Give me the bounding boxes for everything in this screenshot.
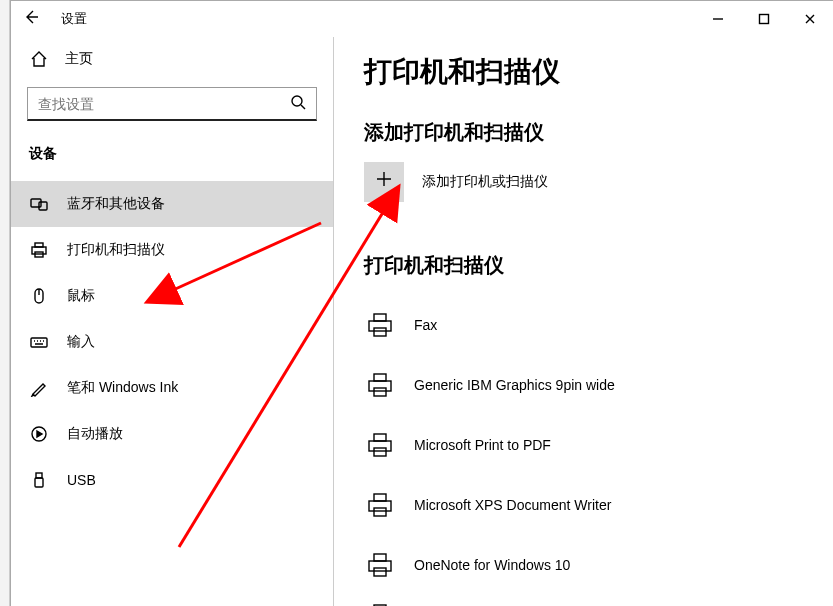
title-bar: 设置 — [11, 1, 833, 37]
svg-rect-25 — [374, 554, 386, 561]
sidebar-item-autoplay[interactable]: 自动播放 — [11, 411, 333, 457]
add-printer-row[interactable]: 添加打印机或扫描仪 — [364, 162, 803, 202]
app-title: 设置 — [51, 10, 87, 28]
keyboard-icon — [29, 333, 49, 351]
search-input[interactable] — [38, 96, 290, 112]
svg-rect-11 — [35, 478, 43, 487]
arrow-left-icon — [23, 9, 39, 29]
printer-list: Fax Generic IBM Graphics 9pin wide Micro… — [364, 295, 803, 606]
svg-rect-15 — [369, 381, 391, 391]
svg-point-1 — [292, 96, 302, 106]
printer-item-ms-xps[interactable]: Microsoft XPS Document Writer — [364, 475, 803, 535]
svg-rect-5 — [35, 243, 43, 247]
sidebar-item-label: 输入 — [67, 333, 95, 351]
sidebar-item-label: 鼠标 — [67, 287, 95, 305]
svg-rect-21 — [369, 501, 391, 511]
printer-icon — [364, 309, 396, 341]
home-icon — [29, 50, 49, 68]
printer-icon — [364, 369, 396, 401]
printer-icon — [29, 241, 49, 259]
svg-rect-3 — [39, 202, 47, 210]
close-button[interactable] — [787, 1, 833, 37]
svg-rect-0 — [760, 15, 769, 24]
sidebar-home[interactable]: 主页 — [11, 37, 333, 81]
sidebar-item-label: USB — [67, 472, 96, 488]
printer-item-fax[interactable]: Fax — [364, 295, 803, 355]
search-box[interactable] — [27, 87, 317, 121]
printer-name: Generic IBM Graphics 9pin wide — [414, 377, 615, 393]
printer-icon — [364, 549, 396, 581]
printer-icon — [364, 600, 396, 606]
back-button[interactable] — [11, 1, 51, 37]
svg-rect-22 — [374, 494, 386, 501]
pen-icon — [29, 379, 49, 397]
printer-name: Microsoft XPS Document Writer — [414, 497, 611, 513]
printer-item-ms-print-pdf[interactable]: Microsoft Print to PDF — [364, 415, 803, 475]
printer-icon — [364, 429, 396, 461]
minimize-button[interactable] — [695, 1, 741, 37]
maximize-button[interactable] — [741, 1, 787, 37]
search-container — [27, 87, 317, 121]
svg-rect-19 — [374, 434, 386, 441]
printer-name: OneNote for Windows 10 — [414, 557, 570, 573]
sidebar-item-label: 蓝牙和其他设备 — [67, 195, 165, 213]
svg-rect-8 — [31, 338, 47, 347]
svg-rect-13 — [374, 314, 386, 321]
svg-rect-24 — [369, 561, 391, 571]
sidebar-item-label: 笔和 Windows Ink — [67, 379, 178, 397]
svg-rect-12 — [369, 321, 391, 331]
sidebar-item-usb[interactable]: USB — [11, 457, 333, 503]
svg-rect-26 — [374, 568, 386, 576]
svg-rect-14 — [374, 328, 386, 336]
sidebar-item-label: 自动播放 — [67, 425, 123, 443]
sidebar-home-label: 主页 — [65, 50, 93, 68]
printers-section-title: 打印机和扫描仪 — [364, 252, 803, 279]
background-strip — [0, 0, 10, 606]
sidebar-nav-list: 蓝牙和其他设备 打印机和扫描仪 鼠标 — [11, 181, 333, 503]
printer-item-wps-pdf[interactable]: 导出为WPS PDF — [364, 595, 803, 606]
sidebar-item-mouse[interactable]: 鼠标 — [11, 273, 333, 319]
svg-rect-17 — [374, 388, 386, 396]
sidebar-item-pen[interactable]: 笔和 Windows Ink — [11, 365, 333, 411]
settings-window: 设置 主页 — [10, 0, 833, 606]
svg-rect-18 — [369, 441, 391, 451]
search-icon — [290, 94, 306, 113]
sidebar-item-label: 打印机和扫描仪 — [67, 241, 165, 259]
svg-rect-16 — [374, 374, 386, 381]
printer-icon — [364, 489, 396, 521]
printer-item-onenote[interactable]: OneNote for Windows 10 — [364, 535, 803, 595]
main-content: 打印机和扫描仪 添加打印机和扫描仪 添加打印机或扫描仪 打印机和扫描仪 Fax — [334, 37, 833, 606]
sidebar: 主页 设备 蓝牙和其他设备 — [11, 37, 334, 606]
printer-name: Fax — [414, 317, 437, 333]
sidebar-item-typing[interactable]: 输入 — [11, 319, 333, 365]
page-title: 打印机和扫描仪 — [364, 53, 803, 91]
devices-icon — [29, 195, 49, 213]
usb-icon — [29, 471, 49, 489]
svg-rect-23 — [374, 508, 386, 516]
printer-item-generic-ibm[interactable]: Generic IBM Graphics 9pin wide — [364, 355, 803, 415]
svg-rect-4 — [32, 247, 46, 254]
svg-rect-20 — [374, 448, 386, 456]
sidebar-item-printers[interactable]: 打印机和扫描仪 — [11, 227, 333, 273]
mouse-icon — [29, 287, 49, 305]
plus-icon — [374, 169, 394, 195]
add-printer-label: 添加打印机或扫描仪 — [422, 173, 548, 191]
add-section-title: 添加打印机和扫描仪 — [364, 119, 803, 146]
svg-rect-10 — [36, 473, 42, 478]
sidebar-item-bluetooth[interactable]: 蓝牙和其他设备 — [11, 181, 333, 227]
add-printer-button[interactable] — [364, 162, 404, 202]
sidebar-section-label: 设备 — [11, 135, 333, 173]
printer-name: Microsoft Print to PDF — [414, 437, 551, 453]
autoplay-icon — [29, 425, 49, 443]
